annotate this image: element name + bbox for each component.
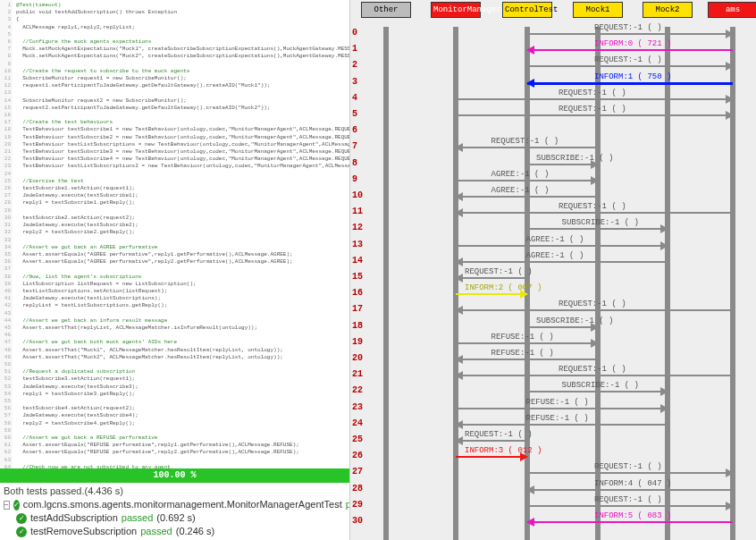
seq-message-label: REFUSE:-1 ( )	[491, 333, 554, 342]
seq-message-label: REQUEST:-1 ( )	[594, 462, 662, 471]
seq-message-label: REFUSE:-1 ( )	[526, 414, 589, 423]
result-test-name: testAddSubscription	[30, 511, 118, 525]
seq-message-label: SUBSCRIBE:-1 ( )	[562, 218, 639, 227]
seq-message-label: INFORM:0 ( 721 )	[594, 39, 671, 48]
result-test-status: passed	[140, 525, 172, 538]
seq-message[interactable]: REQUEST:-1 ( )	[456, 110, 733, 122]
result-test-time: (0.246 s)	[176, 525, 214, 538]
code-body[interactable]: @Test(timeout) public void testAddSubscr…	[13, 0, 349, 468]
seq-message-label: REQUEST:-1 ( )	[594, 495, 662, 504]
seq-message-label: REQUEST:-1 ( )	[594, 23, 662, 32]
app-root: 1 2 3 4 5 6 7 8 9 10 11 12 13 14 15 16 1…	[0, 0, 756, 540]
seq-message[interactable]: INFORM:5 ( 083 )	[527, 517, 733, 529]
left-pane: 1 2 3 4 5 6 7 8 9 10 11 12 13 14 15 16 1…	[0, 0, 350, 540]
result-class-name: com.lgcns.smons.agents.monitormanagement…	[23, 498, 342, 511]
seq-message-label: REQUEST:-1 ( )	[465, 267, 533, 276]
seq-message-label: REQUEST:-1 ( )	[559, 365, 626, 374]
results-summary: Both tests passed.(4.436 s)	[4, 485, 346, 498]
seq-message-label: SUBSCRIBE:-1 ( )	[536, 316, 613, 325]
seq-message[interactable]: INFORM:2 ( 007 )	[456, 289, 527, 301]
seq-message-label: INFORM:2 ( 007 )	[465, 283, 542, 292]
result-test-row[interactable]: ✓ testAddSubscription passed (0.692 s)	[4, 511, 346, 525]
seq-message-label: REQUEST:-1 ( )	[491, 137, 559, 146]
seq-message-label: REQUEST:-1 ( )	[559, 89, 626, 97]
seq-message[interactable]: INFORM:3 ( 012 )	[456, 451, 527, 464]
seq-message-label: SUBSCRIBE:-1 ( )	[562, 381, 639, 390]
seq-message-label: INFORM:1 ( 750 )	[594, 72, 671, 81]
line-gutter: 1 2 3 4 5 6 7 8 9 10 11 12 13 14 15 16 1…	[0, 0, 13, 468]
test-results: Both tests passed.(4.436 s) − ✓ com.lgcn…	[0, 483, 349, 540]
seq-message-label: REQUEST:-1 ( )	[559, 300, 626, 308]
pass-icon: ✓	[16, 527, 27, 537]
seq-message-label: SUBSCRIBE:-1 ( )	[536, 154, 613, 163]
pass-icon: ✓	[16, 513, 27, 524]
result-test-row[interactable]: ✓ testRemoveSubscription passed (0.246 s…	[4, 525, 346, 538]
message-layer: REQUEST:-1 ( )INFORM:0 ( 721 )REQUEST:-1…	[350, 0, 756, 540]
result-test-status: passed	[122, 511, 153, 525]
seq-message-label: AGREE:-1 ( )	[491, 170, 550, 179]
seq-message-label: REQUEST:-1 ( )	[594, 55, 662, 64]
test-progress-bar: 100.00 %	[0, 468, 349, 483]
result-class-row[interactable]: − ✓ com.lgcns.smons.agents.monitormanage…	[4, 498, 346, 511]
result-test-time: (0.692 s)	[156, 511, 195, 525]
seq-message-label: AGREE:-1 ( )	[526, 235, 584, 244]
seq-message-label: INFORM:4 ( 047 )	[594, 479, 671, 488]
seq-message-label: REFUSE:-1 ( )	[526, 398, 589, 407]
seq-message-label: REQUEST:-1 ( )	[559, 202, 626, 211]
seq-message-label: REQUEST:-1 ( )	[465, 430, 533, 439]
result-test-name: testRemoveSubscription	[30, 525, 137, 538]
pass-icon: ✓	[13, 500, 20, 510]
sequence-diagram[interactable]: OtherMonitorManagerAgentControlTestMock1…	[350, 0, 756, 540]
seq-message-label: INFORM:5 ( 083 )	[594, 511, 671, 520]
seq-message-label: INFORM:3 ( 012 )	[465, 446, 542, 455]
expander-icon[interactable]: −	[4, 501, 10, 510]
seq-message-label: REQUEST:-1 ( )	[559, 105, 626, 114]
seq-message-label: AGREE:-1 ( )	[491, 186, 550, 195]
code-editor[interactable]: 1 2 3 4 5 6 7 8 9 10 11 12 13 14 15 16 1…	[0, 0, 349, 468]
seq-message-label: REFUSE:-1 ( )	[491, 349, 554, 358]
seq-message-label: AGREE:-1 ( )	[526, 251, 584, 260]
